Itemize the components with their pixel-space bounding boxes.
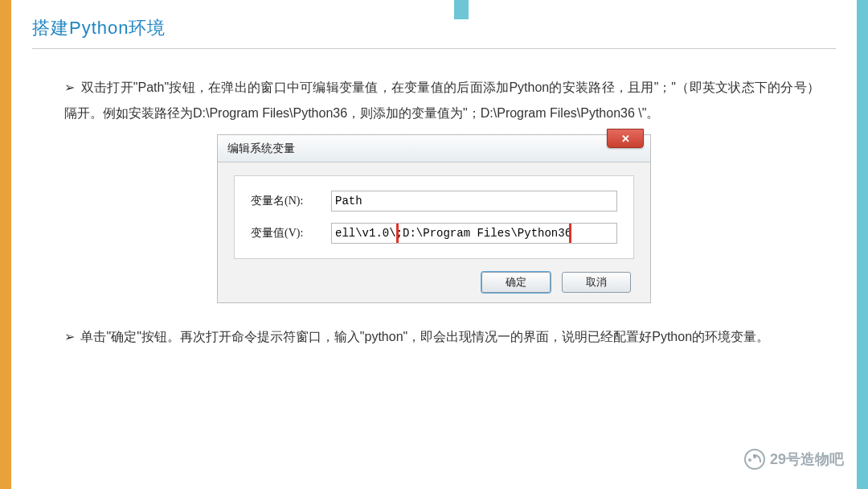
ok-button[interactable]: 确定 <box>481 272 551 293</box>
right-border-decoration <box>857 0 868 489</box>
variable-value-label: 变量值(V): <box>251 226 331 240</box>
variable-value-appended: ;D:\Program Files\Python36 <box>396 227 571 240</box>
bullet-icon: ➢ <box>64 75 77 101</box>
close-icon: ✕ <box>621 133 630 145</box>
close-button[interactable]: ✕ <box>607 129 644 148</box>
wechat-icon <box>744 449 765 470</box>
variable-value-highlight: ;D:\Program Files\Python36 <box>396 223 571 244</box>
paragraph-2-text: 单击"确定"按钮。再次打开命令提示符窗口，输入"python"，即会出现情况一的… <box>80 330 769 343</box>
cancel-button[interactable]: 取消 <box>562 272 631 293</box>
variable-value-input[interactable]: ell\v1.0\ ;D:\Program Files\Python36 <box>331 223 617 244</box>
paragraph-2: ➢ 单击"确定"按钮。再次打开命令提示符窗口，输入"python"，即会出现情况… <box>32 324 836 350</box>
variable-value-prefix: ell\v1.0\ <box>335 227 396 240</box>
variable-name-value: Path <box>335 195 362 208</box>
slide-content: 搭建Python环境 ➢ 双击打开"Path"按钮，在弹出的窗口中可编辑变量值，… <box>32 16 836 358</box>
cancel-button-label: 取消 <box>586 275 607 290</box>
edit-env-var-dialog: 编辑系统变量 ✕ 变量名(N): Path 变量值(V): ell\v1.0\ … <box>217 134 651 303</box>
variable-name-input[interactable]: Path <box>331 191 617 212</box>
left-border-decoration <box>0 0 11 489</box>
variable-value-row: 变量值(V): ell\v1.0\ ;D:\Program Files\Pyth… <box>251 223 617 244</box>
page-title: 搭建Python环境 <box>32 16 836 49</box>
watermark-text: 29号造物吧 <box>770 450 844 469</box>
dialog-title: 编辑系统变量 <box>227 142 295 156</box>
paragraph-1-text: 双击打开"Path"按钮，在弹出的窗口中可编辑变量值，在变量值的后面添加Pyth… <box>64 80 820 120</box>
dialog-titlebar: 编辑系统变量 ✕ <box>218 135 650 162</box>
watermark: 29号造物吧 <box>744 449 844 470</box>
dialog-button-row: 确定 取消 <box>481 272 631 293</box>
bullet-icon: ➢ <box>64 324 77 350</box>
dialog-body: 变量名(N): Path 变量值(V): ell\v1.0\ ;D:\Progr… <box>234 175 634 259</box>
ok-button-label: 确定 <box>506 275 526 290</box>
variable-name-row: 变量名(N): Path <box>251 191 617 212</box>
variable-name-label: 变量名(N): <box>251 194 331 208</box>
paragraph-1: ➢ 双击打开"Path"按钮，在弹出的窗口中可编辑变量值，在变量值的后面添加Py… <box>32 75 836 126</box>
